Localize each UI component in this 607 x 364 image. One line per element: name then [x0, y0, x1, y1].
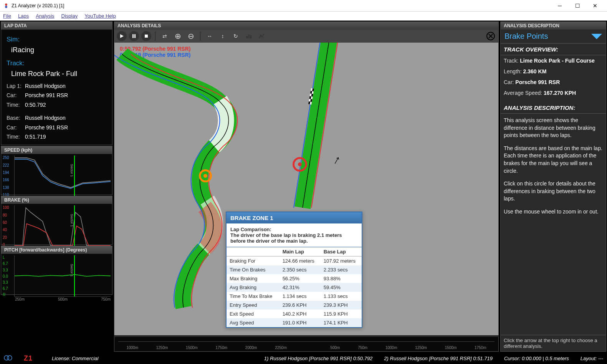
close-analysis-button[interactable] — [485, 31, 496, 41]
brake-chart-header: BRAKE (%) — [1, 196, 112, 204]
menu-youtube[interactable]: YouTube Help — [84, 13, 116, 19]
popup-comp-label: Lap Comparison: — [230, 227, 271, 232]
table-row: Exit Speed140.2 KPH115.9 KPH — [227, 309, 362, 318]
speed-chart[interactable]: SPEED (kph) 250 222 194 166 138 110 — [1, 146, 112, 195]
description-text: This analysis screen shows the differenc… — [501, 114, 606, 335]
menu-display[interactable]: Display — [61, 13, 78, 19]
analysis-dropdown-arrow[interactable] — [591, 34, 602, 39]
lap1-label: Lap 1: — [7, 82, 25, 90]
play-button[interactable] — [117, 31, 127, 41]
popup-comp-text: The driver of the base lap is braking 2.… — [230, 232, 342, 244]
pause-button[interactable] — [129, 31, 139, 41]
track-map[interactable]: 0:50.792 (Porsche 991 RSR) 0:51.719 (Por… — [114, 43, 498, 335]
svg-rect-8 — [250, 35, 251, 38]
col-main: Main Lap — [280, 247, 321, 256]
table-row: Braking For124.66 meters107.92 meters — [227, 256, 362, 266]
center-panel: ANALYSIS DETAILS ⇄ ⊕ ⊖ ↔ ↕ ↻ — [113, 21, 499, 352]
svg-rect-4 — [134, 34, 136, 38]
table-row: Max Braking56.25%93.88% — [227, 274, 362, 283]
speed-chart-header: SPEED (kph) — [1, 146, 112, 154]
lap-data-panel: LAP DATA Sim: iRacing Track: Lime Rock P… — [1, 22, 112, 145]
minimize-button[interactable]: ─ — [551, 0, 569, 12]
lap-data-header: LAP DATA — [1, 22, 112, 30]
analysis-details-header: ANALYSIS DETAILS — [114, 22, 498, 30]
speed-sector-label: Sector 1 — [70, 164, 74, 177]
time1-label: Time: — [7, 101, 25, 109]
distance-ruler[interactable]: 1000m 1250m 1500m 1750m 2000m 2250m 500m… — [114, 336, 499, 352]
car1-label: Car: — [7, 91, 25, 99]
license-text: License: Commercial — [52, 356, 98, 361]
table-row: Time To Max Brake1.134 secs1.133 secs — [227, 292, 362, 301]
sim-label: Sim: — [7, 34, 107, 45]
horiz-arrow-icon[interactable]: ↔ — [204, 31, 215, 41]
popup-table: Main Lap Base Lap Braking For124.66 mete… — [227, 247, 362, 327]
line-chart-icon[interactable] — [256, 31, 267, 41]
zoom-in-button[interactable]: ⊕ — [172, 31, 183, 41]
track-value: Lime Rock Park - Full — [7, 68, 107, 79]
statusbar: Z1 License: Commercial 1) Russell Hodgso… — [0, 352, 607, 364]
bar-chart-icon[interactable] — [243, 31, 254, 41]
svg-rect-6 — [246, 36, 248, 38]
car2-label: Car: — [7, 123, 25, 132]
left-panel: LAP DATA Sim: iRacing Track: Lime Rock P… — [0, 21, 113, 352]
pitch-sector-label: Sector 1 — [70, 264, 74, 277]
svg-rect-3 — [132, 34, 134, 38]
track-label: Track: — [7, 58, 107, 68]
status-lap1: 1) Russell Hodgson [Porsche 991 RSR] 0:5… — [264, 356, 373, 361]
app-icon — [3, 3, 9, 9]
brake-zone-popup: BRAKE ZONE 1 Lap Comparison: The driver … — [226, 212, 362, 328]
swap-icon[interactable]: ⇄ — [159, 31, 170, 41]
analysis-type-title: Brake Points — [504, 32, 548, 41]
analysis-desc-header: ANALYSIS DESCRIPTION — [501, 22, 606, 30]
vert-arrow-icon[interactable]: ↕ — [217, 31, 228, 41]
menubar: File Laps Analysis Display YouTube Help — [0, 12, 607, 21]
table-row: Avg Speed191.0 KPH174.1 KPH — [227, 318, 362, 327]
desc-title: ANALYSIS DESCRIPTION: — [501, 102, 606, 114]
status-lap2: 2) Russell Hodgson [Porsche 991 RSR] 0:5… — [384, 356, 493, 361]
marker-orange[interactable] — [199, 169, 212, 182]
base-label: Base: — [7, 114, 25, 122]
svg-rect-5 — [145, 35, 148, 38]
maximize-button[interactable]: ☐ — [569, 0, 586, 12]
menu-laps[interactable]: Laps — [18, 13, 29, 19]
table-row: Avg Braking42.31%59.45% — [227, 283, 362, 292]
brake-chart[interactable]: BRAKE (%) 100 80 60 40 20 0 Se — [1, 196, 112, 245]
status-cursor: Cursor: 0:00.000 | 0.5 meters — [504, 356, 569, 361]
base-driver: Russell Hodgson — [25, 114, 66, 122]
car2-value: Porsche 991 RSR — [25, 123, 68, 132]
col-base: Base Lap — [321, 247, 362, 256]
sim-value: iRacing — [7, 45, 107, 56]
refresh-icon[interactable]: ↻ — [230, 31, 241, 41]
menu-file[interactable]: File — [3, 13, 11, 19]
stop-button[interactable] — [141, 31, 151, 41]
time2-label: Time: — [7, 132, 25, 141]
titlebar-title: Z1 Analyzer (v 2020.1) [1] — [12, 3, 551, 8]
footer-hint: Click the arrow at the top right to choo… — [501, 335, 606, 351]
logo-text: Z1 — [24, 354, 33, 362]
car1-value: Porsche 991 RSR — [25, 91, 68, 99]
close-button[interactable]: ✕ — [586, 0, 604, 12]
table-row: Entry Speed239.6 KPH239.3 KPH — [227, 301, 362, 309]
pitch-chart[interactable]: PITCH [forward/backwards] (Degrees) L 6.… — [1, 246, 112, 295]
pitch-chart-header: PITCH [forward/backwards] (Degrees) — [1, 246, 112, 254]
time2-value: 0:51.719 — [25, 132, 46, 141]
zoom-out-button[interactable]: ⊖ — [185, 31, 196, 41]
titlebar: Z1 Analyzer (v 2020.1) [1] ─ ☐ ✕ — [0, 0, 607, 12]
svg-marker-2 — [120, 34, 124, 38]
svg-rect-7 — [248, 35, 250, 38]
logo-icon — [4, 354, 12, 362]
time1-value: 0:50.792 — [25, 101, 46, 109]
right-panel: ANALYSIS DESCRIPTION Brake Points TRACK … — [499, 21, 607, 352]
status-layout: Layout: --- — [581, 356, 603, 361]
menu-analysis[interactable]: Analysis — [36, 13, 54, 19]
brake-sector-label: Sector 1 — [70, 214, 74, 227]
svg-point-20 — [7, 356, 12, 360]
toolbar: ⇄ ⊕ ⊖ ↔ ↕ ↻ — [114, 30, 498, 43]
marker-red[interactable] — [293, 157, 307, 172]
svg-point-0 — [5, 3, 7, 6]
analysis-details-panel: ANALYSIS DETAILS ⇄ ⊕ ⊖ ↔ ↕ ↻ — [114, 22, 499, 336]
overview-title: TRACK OVERVIEW: — [501, 44, 606, 55]
table-row: Time On Brakes2.350 secs2.233 secs — [227, 265, 362, 274]
popup-header: BRAKE ZONE 1 — [227, 212, 362, 223]
svg-point-1 — [5, 6, 7, 8]
